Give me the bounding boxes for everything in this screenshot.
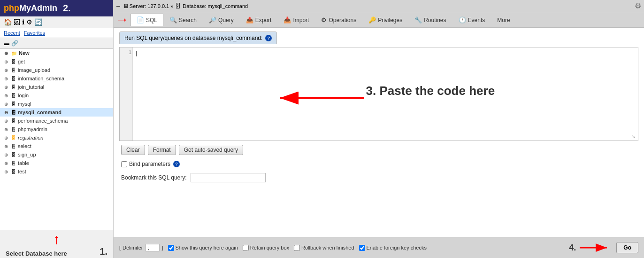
auto-saved-button[interactable]: Get auto-saved query	[179, 145, 243, 155]
bookmark-input[interactable]	[191, 173, 266, 182]
db-item-image-upload[interactable]: ⊕ 🗄 image_upload	[0, 66, 113, 74]
db-item-new[interactable]: ⊕ 📁 New	[0, 49, 113, 57]
db-item-sign-up[interactable]: ⊕ 🗄 sign_up	[0, 150, 113, 159]
db-item-table[interactable]: ⊕ 🗄 table	[0, 159, 113, 167]
show-query-checkbox[interactable]	[168, 245, 174, 251]
db-item-test[interactable]: ⊕ 🗄 test	[0, 167, 113, 176]
db-item-registration[interactable]: ⊕ 🗄 registration	[0, 133, 113, 142]
step2-badge: 2.	[63, 3, 71, 14]
delimiter-input[interactable]	[146, 244, 160, 251]
sidebar-header: phpMyAdmin 2.	[0, 0, 113, 16]
db-item-mysql[interactable]: ⊕ 🗄 mysql	[0, 100, 113, 108]
db-name-login: login	[18, 93, 29, 98]
db-name-get: get	[18, 59, 25, 64]
operations-tab-icon: ⚙	[321, 16, 327, 23]
events-tab-label: Events	[468, 17, 485, 23]
db-item-login[interactable]: ⊕ 🗄 login	[0, 91, 113, 100]
tab-routines[interactable]: 🔧 Routines	[408, 14, 452, 26]
tab-query[interactable]: 🔎 Query	[203, 14, 240, 26]
db-icon-login: 🗄	[11, 93, 16, 98]
foreign-key-checkbox[interactable]	[359, 245, 365, 251]
home-icon[interactable]: 🏠	[4, 18, 12, 26]
resize-handle[interactable]: ↘	[631, 134, 637, 140]
tab-more[interactable]: More	[491, 14, 516, 26]
settings-icon[interactable]: ⚙	[26, 18, 32, 26]
db-item-mysqli-command[interactable]: ⊖ 🗄 mysqli_command	[0, 108, 113, 117]
db-name-information-schema: information_schema	[18, 76, 64, 81]
db-item-get[interactable]: ⊕ 🗄 get	[0, 57, 113, 66]
expand-test: ⊕	[3, 168, 9, 175]
retain-query-checkbox[interactable]	[243, 245, 249, 251]
bookmark-row: Bookmark this SQL query:	[119, 171, 638, 186]
expand-select: ⊕	[3, 143, 9, 149]
expand-new: ⊕	[3, 50, 9, 56]
info-icon[interactable]: ℹ	[22, 18, 24, 26]
show-query-label[interactable]: Show this query here again	[168, 245, 238, 251]
bind-params-row: Bind parameters ?	[119, 159, 638, 171]
export-tab-icon: 📤	[246, 16, 253, 23]
arrow-go-annotation	[580, 241, 613, 254]
tab-import[interactable]: 📥 Import	[277, 14, 315, 26]
select-db-label: Select Database here	[6, 250, 67, 257]
db-icon-image-upload: 🗄	[11, 68, 16, 73]
foreign-key-label[interactable]: Enable foreign key checks	[359, 245, 427, 251]
clear-button[interactable]: Clear	[121, 145, 145, 155]
tab-export[interactable]: 📤 Export	[240, 14, 278, 26]
delimiter-close-bracket: ]	[161, 245, 163, 250]
delimiter-open-bracket: [	[119, 245, 121, 250]
rollback-label[interactable]: Rollback when finished	[294, 245, 354, 251]
minimize-btn[interactable]: ─	[116, 3, 120, 9]
logo: phpMyAdmin	[4, 3, 57, 13]
expand-table: ⊕	[3, 160, 9, 166]
sql-editor-wrapper: 1 | 3. Paste the code here	[119, 47, 638, 141]
db-item-performance-schema[interactable]: ⊕ 🗄 performance_schema	[0, 117, 113, 125]
db-name-sign-up: sign_up	[18, 152, 36, 157]
bind-params-help-icon[interactable]: ?	[173, 161, 180, 167]
query-panel: Run SQL query/queries on database mysqli…	[114, 28, 644, 237]
bookmark-label: Bookmark this SQL query:	[121, 174, 187, 181]
recent-link[interactable]: Recent	[4, 30, 20, 36]
tab-sql[interactable]: 📄 SQL	[130, 14, 163, 26]
logo-myadmin: MyAdmin	[19, 3, 57, 13]
bind-params-label[interactable]: Bind parameters	[121, 161, 170, 167]
import-tab-icon: 📥	[284, 16, 291, 23]
refresh-icon[interactable]: 🔄	[34, 18, 42, 26]
tab-events[interactable]: 🕐 Events	[452, 14, 491, 26]
image-icon[interactable]: 🖼	[14, 18, 20, 26]
db-name-mysqli-command: mysqli_command	[18, 109, 61, 115]
expand-get: ⊕	[3, 58, 9, 65]
link-icon[interactable]: 🔗	[11, 40, 18, 47]
format-button[interactable]: Format	[148, 145, 176, 155]
query-panel-header: Run SQL query/queries on database mysqli…	[119, 31, 638, 44]
bind-params-checkbox[interactable]	[121, 161, 127, 167]
tab-search[interactable]: 🔍 Search	[163, 14, 203, 26]
tab-operations[interactable]: ⚙ Operations	[315, 14, 362, 26]
db-item-information-schema[interactable]: ⊕ 🗄 information_schema	[0, 74, 113, 83]
go-button[interactable]: Go	[616, 242, 638, 253]
expand-mysql: ⊕	[3, 101, 9, 107]
db-item-select[interactable]: ⊕ 🗄 select	[0, 142, 113, 150]
tab-privileges[interactable]: 🔑 Privileges	[362, 14, 408, 26]
collapse-icon[interactable]: ▬	[4, 40, 9, 47]
database-list: ⊕ 📁 New ⊕ 🗄 get ⊕ 🗄 image_upload ⊕ 🗄 inf…	[0, 49, 113, 230]
rollback-checkbox[interactable]	[294, 245, 300, 251]
rollback-text: Rollback when finished	[301, 245, 354, 250]
line-number-1: 1	[121, 49, 131, 55]
step4-badge: 4.	[569, 243, 576, 253]
logo-php: php	[4, 3, 19, 13]
favorites-link[interactable]: Favorites	[24, 30, 45, 36]
expand-image-upload: ⊕	[3, 67, 9, 73]
expand-join-tutorial: ⊕	[3, 84, 9, 90]
query-tab-icon: 🔎	[209, 16, 216, 23]
help-icon[interactable]: ?	[265, 35, 272, 41]
db-icon-registration: 🗄	[11, 135, 16, 141]
import-tab-label: Import	[293, 17, 309, 23]
db-item-phpmyadmin[interactable]: ⊕ 🗄 phpmyadmin	[0, 125, 113, 133]
settings-gear-icon[interactable]: ⚙	[635, 1, 641, 10]
db-item-join-tutorial[interactable]: ⊕ 🗄 join_tutorial	[0, 83, 113, 91]
retain-query-label[interactable]: Retain query box	[243, 245, 289, 251]
expand-information-schema: ⊕	[3, 75, 9, 82]
expand-mysqli-command: ⊖	[3, 109, 9, 116]
main-content: ─ 🖥 Server: 127.0.0.1 » 🗄 Database: mysq…	[114, 0, 644, 258]
db-icon: 🗄	[175, 3, 181, 9]
